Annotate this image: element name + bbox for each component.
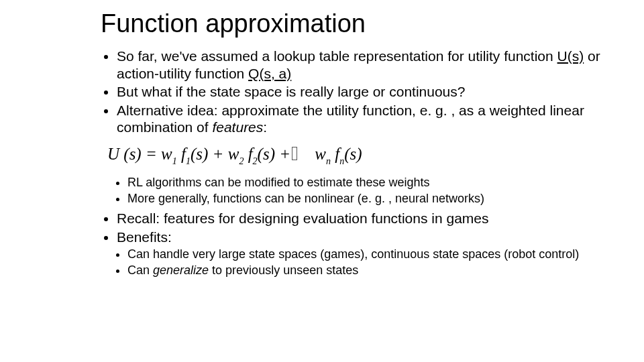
bullet-2: But what if the state space is really la… [117, 83, 604, 101]
bullet-list: So far, we've assumed a lookup table rep… [101, 48, 604, 136]
sub-bullet-list-2: Can handle very large state spaces (game… [101, 247, 604, 278]
formula-sub-2b: 2 [253, 156, 258, 166]
slide: Function approximation So far, we've ass… [0, 0, 644, 362]
formula-fn: f [331, 145, 339, 163]
bullet-1-text-a: So far, we've assumed a lookup table rep… [117, 48, 557, 64]
formula-sub-2: 2 [239, 156, 244, 166]
ellipsis-icon [292, 147, 297, 160]
sub-bullet-1b: More generally, functions can be nonline… [127, 191, 604, 206]
bullet-list-2: Recall: features for designing evaluatio… [101, 210, 604, 245]
sub-bullet-2b-italic: generalize [153, 263, 209, 277]
bullet-3-text-a: Alternative idea: approximate the utilit… [117, 103, 584, 135]
bullet-3-italic: features [212, 119, 263, 135]
slide-title: Function approximation [101, 7, 604, 38]
bullet-1-underline-2: Q(s, a) [248, 66, 291, 81]
formula-sub-n: n [326, 156, 331, 166]
formula-f1: f [177, 145, 186, 163]
bullet-3-text-b: : [263, 119, 267, 135]
bullet-1-underline-1: U(s) [557, 48, 584, 64]
formula-sub-nb: n [339, 156, 344, 166]
sub-bullet-list-1: RL algorithms can be modified to estimat… [101, 175, 604, 206]
bullet-1: So far, we've assumed a lookup table rep… [117, 48, 604, 82]
bullet-5: Benefits: [117, 229, 604, 246]
sub-bullet-2b: Can generalize to previously unseen stat… [127, 263, 604, 278]
sub-bullet-1a: RL algorithms can be modified to estimat… [127, 175, 604, 190]
formula-wn: w [311, 145, 326, 163]
sub-bullet-2b-text-a: Can [127, 263, 153, 277]
formula-arg2: (s) + [258, 145, 291, 163]
bullet-3: Alternative idea: approximate the utilit… [117, 102, 604, 136]
formula-arg1: (s) + w [191, 145, 239, 163]
formula: U (s) = w1 f1(s) + w2 f2(s) + wn fn(s) [107, 145, 604, 166]
sub-bullet-2b-text-b: to previously unseen states [209, 263, 358, 277]
formula-argn: (s) [344, 145, 362, 163]
formula-lhs: U (s) = w [107, 145, 172, 163]
sub-bullet-2a: Can handle very large state spaces (game… [127, 247, 604, 262]
formula-sub-1: 1 [172, 156, 177, 166]
formula-sub-1b: 1 [186, 156, 191, 166]
formula-f2: f [244, 145, 252, 163]
bullet-4: Recall: features for designing evaluatio… [117, 210, 604, 227]
